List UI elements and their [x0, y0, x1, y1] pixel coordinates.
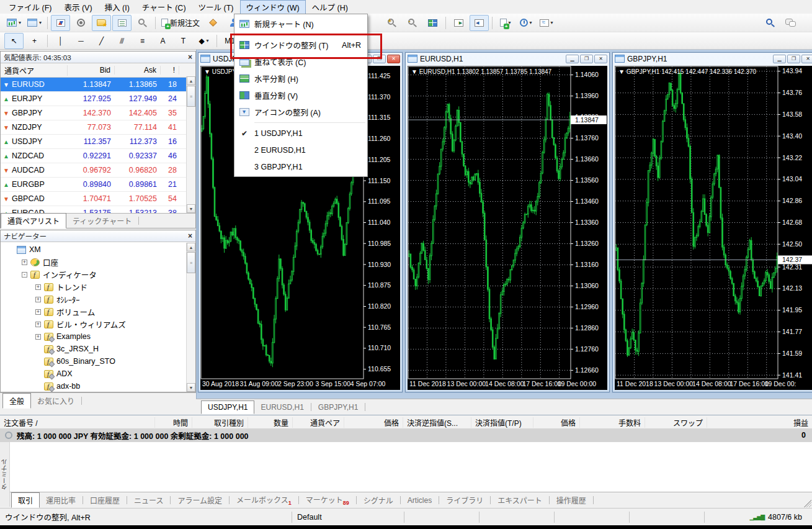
scroll-up-icon[interactable]: ▲ — [187, 76, 195, 85]
zoom-out-button[interactable]: - — [403, 15, 422, 31]
metaeditor-button[interactable] — [203, 15, 223, 31]
navigator-toggle[interactable] — [92, 15, 111, 31]
tab-common[interactable]: 全般 — [2, 393, 31, 409]
terminal-column-2[interactable]: 取引種別 — [192, 417, 248, 428]
restore-icon[interactable]: ❐ — [580, 55, 593, 63]
trendline-tool[interactable]: ╱ — [92, 33, 111, 49]
navigator-scrollbar[interactable]: ▲ ≡ ▼ — [186, 243, 195, 392]
tree-bill-williams[interactable]: +ビル・ウィリアムズ — [1, 318, 195, 330]
chart-tab-gbpjpy[interactable]: GBPJPY,H1 — [312, 401, 364, 414]
terminal-column-9[interactable]: 手数料 — [580, 417, 645, 428]
menu-chart[interactable]: チャート (C) — [136, 0, 192, 14]
chart-tab-eurusd[interactable]: EURUSD,H1 — [254, 401, 310, 414]
minimize-icon[interactable]: ▁ — [773, 55, 786, 63]
symbol-row-audcad[interactable]: ▼AUDCAD0.967920.9682028 — [1, 163, 195, 178]
tree-indicators[interactable]: -インディケータ — [1, 268, 195, 281]
hline-tool[interactable]: ─ — [71, 33, 91, 49]
tab-articles[interactable]: Articles — [401, 494, 438, 507]
symbol-row-gbpjpy[interactable]: ▼GBPJPY142.370142.40535 — [1, 106, 195, 120]
tab-signals[interactable]: シグナル — [357, 493, 399, 507]
tab-experts[interactable]: エキスパート — [491, 493, 548, 507]
terminal-column-7[interactable]: 決済指値(T/P) — [471, 417, 533, 428]
indicators-button[interactable]: ▾ — [496, 15, 515, 31]
text-tool[interactable]: A — [153, 33, 172, 49]
tab-trade[interactable]: 取引 — [11, 492, 40, 508]
terminal-column-0[interactable]: 注文番号 / — [0, 417, 155, 428]
expand-icon[interactable]: + — [35, 334, 41, 340]
strategy-tester-button[interactable] — [133, 15, 152, 31]
wm-tile-horizontal[interactable]: 水平分割 (H) — [234, 70, 367, 87]
tree-trend[interactable]: +トレンド — [1, 281, 195, 293]
symbol-row-nzdcad[interactable]: ▲NZDCAD0.922910.9233746 — [1, 149, 195, 163]
terminal-column-6[interactable]: 決済逆指値(S... — [403, 417, 471, 428]
search-button[interactable] — [761, 15, 780, 31]
eurusd-chart[interactable]: 1.140601.139601.138601.137601.136601.135… — [408, 66, 607, 390]
data-window-button[interactable] — [71, 15, 91, 31]
terminal-column-10[interactable]: スワップ — [645, 417, 707, 428]
channel-tool[interactable]: ⫻ — [112, 33, 132, 49]
chart-shift-button[interactable] — [470, 15, 489, 31]
expand-icon[interactable]: + — [35, 284, 41, 290]
expand-icon[interactable]: + — [35, 322, 41, 327]
terminal-column-11[interactable]: 損益 — [707, 417, 812, 428]
column-header-1[interactable]: Bid — [68, 66, 115, 75]
restore-icon[interactable]: ❐ — [787, 55, 800, 63]
tab-library[interactable]: ライブラリ — [440, 493, 489, 507]
expand-icon[interactable]: + — [22, 260, 27, 265]
scroll-down-icon[interactable]: ▼ — [187, 204, 195, 213]
symbol-row-usdjpy[interactable]: ▲USDJPY112.357112.37316 — [1, 135, 195, 149]
navigator-title-bar[interactable]: ナビゲーター × — [1, 230, 195, 242]
tab-market[interactable]: マーケット89 — [300, 492, 355, 508]
vline-tool[interactable]: │ — [51, 33, 70, 49]
close-icon[interactable]: ✕ — [594, 55, 607, 63]
expand-icon[interactable]: + — [35, 309, 41, 315]
terminal-column-3[interactable]: 数量 — [248, 417, 293, 428]
tree-accounts[interactable]: +口座 — [1, 256, 195, 268]
scrollbar-thumb[interactable]: ≡ — [187, 252, 195, 273]
symbol-row-nzdjpy[interactable]: ▼NZDJPY77.07377.11441 — [1, 120, 195, 135]
collapse-icon[interactable]: - — [22, 272, 27, 278]
column-header-3[interactable]: ! — [161, 66, 179, 75]
auto-scroll-button[interactable] — [449, 15, 468, 31]
tab-exposure[interactable]: 運用比率 — [40, 493, 82, 507]
tree-adx-bb[interactable]: adx-bb — [1, 380, 195, 392]
terminal-column-8[interactable]: 価格 — [533, 417, 580, 428]
menu-tools[interactable]: ツール (T) — [192, 0, 240, 14]
market-watch-scrollbar[interactable]: ▲ ≡ ▼ — [186, 76, 195, 213]
wm-window-2[interactable]: 2 EURUSD,H1 — [234, 142, 367, 158]
menu-view[interactable]: 表示 (V) — [58, 0, 98, 14]
wm-new-chart[interactable]: 新規チャート (N) — [234, 16, 367, 32]
chart-window-gbpjpy[interactable]: GBPJPY,H1 ▁ ❐ ✕ 143.94143.76143.58143.40… — [612, 52, 812, 392]
tree-oscillators[interactable]: +ｵｼﾚｰﾀｰ — [1, 293, 195, 305]
tab-news[interactable]: ニュース — [128, 493, 169, 507]
tab-alerts[interactable]: アラーム設定 — [171, 493, 228, 507]
symbol-row-gbpcad[interactable]: ▼GBPCAD1.704711.7052554 — [1, 192, 195, 206]
terminal-column-1[interactable]: 時間 — [155, 417, 192, 428]
new-order-button[interactable]: 新規注文 — [159, 15, 202, 31]
terminal-side-tab[interactable]: ターミナル — [0, 442, 10, 507]
tab-mailbox[interactable]: メールボックス1 — [230, 492, 298, 508]
terminal-column-4[interactable]: 通貨ペア — [293, 417, 344, 428]
menu-window[interactable]: ウィンドウ (W) — [240, 0, 306, 14]
chart-window-eurusd[interactable]: EURUSD,H1 ▁ ❐ ✕ 1.140601.139601.138601.1… — [405, 52, 610, 392]
tree-adx[interactable]: ADX — [1, 368, 195, 380]
resize-grip[interactable] — [804, 500, 811, 507]
minimize-icon[interactable]: ▁ — [566, 55, 579, 63]
tree-volumes[interactable]: +ボリューム — [1, 305, 195, 318]
close-icon[interactable]: ✕ — [387, 55, 400, 63]
market-watch-title-bar[interactable]: 気配値表示: 04:35:03 × — [1, 52, 195, 63]
arrows-tool[interactable]: ◆▾ — [194, 33, 213, 49]
terminal-toggle[interactable] — [112, 15, 132, 31]
zoom-in-button[interactable]: + — [382, 15, 401, 31]
chart-tab-usdjpy[interactable]: USDJPY,H1 — [201, 400, 254, 414]
gbpjpy-chart[interactable]: 143.94143.76143.58143.40143.22143.04142.… — [615, 66, 812, 390]
wm-window-1[interactable]: ✔1 USDJPY,H1 — [234, 125, 367, 142]
fibonacci-tool[interactable]: ≡ — [133, 33, 152, 49]
wm-window-3[interactable]: 3 GBPJPY,H1 — [234, 158, 367, 175]
tree-account-xm[interactable]: XM — [1, 243, 195, 256]
tab-symbols-list[interactable]: 通貨ペアリスト — [1, 213, 66, 228]
menu-help[interactable]: ヘルプ (H) — [306, 0, 354, 14]
cursor-tool[interactable]: ↖ — [4, 33, 24, 49]
tab-tick-chart[interactable]: ティックチャート — [66, 214, 138, 228]
label-tool[interactable]: T — [174, 33, 193, 49]
